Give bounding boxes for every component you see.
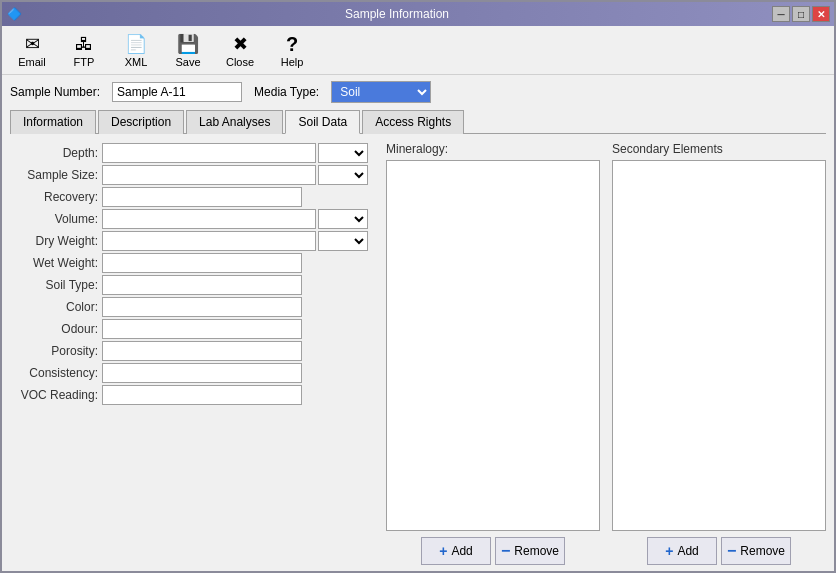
- sample-size-dropdown[interactable]: [318, 165, 368, 185]
- secondary-elements-add-label: Add: [677, 544, 698, 558]
- close-label: Close: [226, 56, 254, 68]
- mineralogy-remove-icon: −: [501, 542, 510, 560]
- xml-button[interactable]: 📄 XML: [114, 30, 158, 70]
- recovery-input[interactable]: [102, 187, 302, 207]
- secondary-elements-list[interactable]: [612, 160, 826, 531]
- porosity-input-cell: [100, 340, 370, 362]
- tab-soil-data[interactable]: Soil Data: [285, 110, 360, 134]
- wet-weight-input[interactable]: [102, 253, 302, 273]
- soil-type-label: Soil Type:: [10, 274, 100, 296]
- volume-dropdown[interactable]: [318, 209, 368, 229]
- secondary-elements-title: Secondary Elements: [612, 142, 826, 156]
- secondary-elements-remove-button[interactable]: − Remove: [721, 537, 791, 565]
- help-icon: ?: [280, 32, 304, 56]
- secondary-elements-add-icon: +: [665, 543, 673, 559]
- soil-data-fields: Depth: Sample Size:: [10, 142, 370, 565]
- help-label: Help: [281, 56, 304, 68]
- mineralogy-add-button[interactable]: + Add: [421, 537, 491, 565]
- secondary-elements-section: Secondary Elements + Add − Remove: [612, 142, 826, 565]
- depth-inputs: [100, 142, 370, 164]
- ftp-button[interactable]: 🖧 FTP: [62, 30, 106, 70]
- xml-icon: 📄: [124, 32, 148, 56]
- depth-row: Depth:: [10, 142, 370, 164]
- tab-bar: Information Description Lab Analyses Soi…: [10, 109, 826, 134]
- close-window-button[interactable]: ✕: [812, 6, 830, 22]
- voc-reading-input[interactable]: [102, 385, 302, 405]
- minimize-button[interactable]: ─: [772, 6, 790, 22]
- content-area: Sample Number: Media Type: Soil Water Ai…: [2, 75, 834, 571]
- ftp-icon: 🖧: [72, 32, 96, 56]
- sample-size-row: Sample Size:: [10, 164, 370, 186]
- color-input-cell: [100, 296, 370, 318]
- odour-input[interactable]: [102, 319, 302, 339]
- voc-reading-input-cell: [100, 384, 370, 406]
- color-input[interactable]: [102, 297, 302, 317]
- sample-size-inputs: [100, 164, 370, 186]
- mineralogy-remove-label: Remove: [514, 544, 559, 558]
- color-row: Color:: [10, 296, 370, 318]
- email-icon: ✉: [20, 32, 44, 56]
- save-button[interactable]: 💾 Save: [166, 30, 210, 70]
- secondary-elements-remove-icon: −: [727, 542, 736, 560]
- mineralogy-title: Mineralogy:: [386, 142, 600, 156]
- close-button[interactable]: ✖ Close: [218, 30, 262, 70]
- media-type-label: Media Type:: [254, 85, 319, 99]
- sample-size-input[interactable]: [102, 165, 316, 185]
- volume-row: Volume:: [10, 208, 370, 230]
- mineralogy-buttons: + Add − Remove: [386, 537, 600, 565]
- save-label: Save: [175, 56, 200, 68]
- volume-input[interactable]: [102, 209, 316, 229]
- wet-weight-label: Wet Weight:: [10, 252, 100, 274]
- consistency-input[interactable]: [102, 363, 302, 383]
- dry-weight-dropdown[interactable]: [318, 231, 368, 251]
- soil-type-input[interactable]: [102, 275, 302, 295]
- consistency-row: Consistency:: [10, 362, 370, 384]
- ftp-label: FTP: [74, 56, 95, 68]
- voc-reading-label: VOC Reading:: [10, 384, 100, 406]
- voc-reading-row: VOC Reading:: [10, 384, 370, 406]
- sample-number-label: Sample Number:: [10, 85, 100, 99]
- odour-label: Odour:: [10, 318, 100, 340]
- window-controls: ─ □ ✕: [772, 6, 830, 22]
- secondary-elements-buttons: + Add − Remove: [612, 537, 826, 565]
- mineralogy-remove-button[interactable]: − Remove: [495, 537, 565, 565]
- sample-number-input[interactable]: [112, 82, 242, 102]
- media-type-select[interactable]: Soil Water Air Other: [331, 81, 431, 103]
- dry-weight-inputs: [100, 230, 370, 252]
- sample-row: Sample Number: Media Type: Soil Water Ai…: [10, 81, 826, 103]
- porosity-input[interactable]: [102, 341, 302, 361]
- color-label: Color:: [10, 296, 100, 318]
- consistency-label: Consistency:: [10, 362, 100, 384]
- tab-access-rights[interactable]: Access Rights: [362, 110, 464, 134]
- tab-content: Depth: Sample Size:: [10, 142, 826, 565]
- restore-button[interactable]: □: [792, 6, 810, 22]
- toolbar: ✉ Email 🖧 FTP 📄 XML 💾 Save ✖ Close ? Hel…: [2, 26, 834, 75]
- tab-lab-analyses[interactable]: Lab Analyses: [186, 110, 283, 134]
- tab-information[interactable]: Information: [10, 110, 96, 134]
- fields-table: Depth: Sample Size:: [10, 142, 370, 406]
- mineralogy-list[interactable]: [386, 160, 600, 531]
- porosity-label: Porosity:: [10, 340, 100, 362]
- dry-weight-input[interactable]: [102, 231, 316, 251]
- mineralogy-section: Mineralogy: + Add − Remove: [386, 142, 600, 565]
- volume-inputs: [100, 208, 370, 230]
- dry-weight-label: Dry Weight:: [10, 230, 100, 252]
- recovery-input-cell: [100, 186, 370, 208]
- recovery-row: Recovery:: [10, 186, 370, 208]
- tab-description[interactable]: Description: [98, 110, 184, 134]
- xml-label: XML: [125, 56, 148, 68]
- odour-row: Odour:: [10, 318, 370, 340]
- depth-dropdown[interactable]: [318, 143, 368, 163]
- recovery-label: Recovery:: [10, 186, 100, 208]
- secondary-elements-add-button[interactable]: + Add: [647, 537, 717, 565]
- email-button[interactable]: ✉ Email: [10, 30, 54, 70]
- consistency-input-cell: [100, 362, 370, 384]
- save-icon: 💾: [176, 32, 200, 56]
- porosity-row: Porosity:: [10, 340, 370, 362]
- depth-label: Depth:: [10, 142, 100, 164]
- wet-weight-input-cell: [100, 252, 370, 274]
- depth-input[interactable]: [102, 143, 316, 163]
- help-button[interactable]: ? Help: [270, 30, 314, 70]
- volume-label: Volume:: [10, 208, 100, 230]
- close-icon: ✖: [228, 32, 252, 56]
